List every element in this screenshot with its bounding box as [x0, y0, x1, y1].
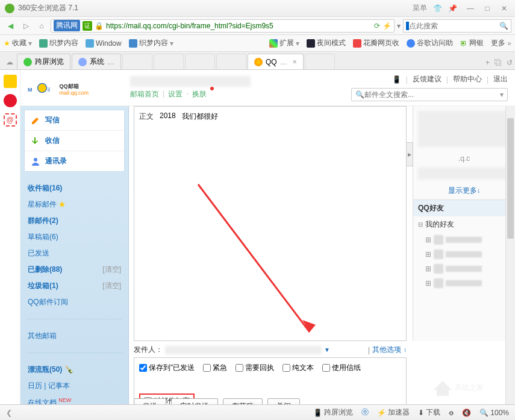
search-input[interactable] [409, 22, 499, 30]
bank[interactable]: ⛨网银 [460, 38, 484, 48]
rail-fav-icon[interactable] [4, 75, 17, 88]
sender-value[interactable]: ▼ [165, 346, 330, 354]
cloud-icon[interactable]: ☁ [2, 55, 17, 69]
dropdown-icon[interactable]: ▾ [397, 22, 401, 30]
vertical-scrollbar[interactable] [505, 106, 515, 407]
ext-button[interactable]: 扩展▾ [269, 38, 299, 48]
collapse-icon[interactable]: ▸ [406, 142, 413, 166]
check-receipt[interactable]: 需要回执 [236, 363, 274, 373]
nav-settings[interactable]: 设置 [168, 89, 183, 99]
svg-text:il: il [48, 87, 50, 93]
draft-folder[interactable]: 草稿箱(6) [28, 229, 121, 245]
tab-blur-1[interactable] [122, 54, 152, 69]
group-folder[interactable]: 群邮件(2) [28, 213, 121, 229]
night-mode[interactable]: 夜间模式 [307, 38, 346, 48]
mail-search-input[interactable] [364, 90, 500, 99]
friend-item[interactable]: ⊞ [413, 262, 515, 276]
tab-qq[interactable]: QQ…× [248, 54, 304, 69]
bm-item-1[interactable]: Window [86, 39, 122, 48]
calendar-notes[interactable]: 日历 | 记事本 [28, 378, 121, 394]
status-back-icon[interactable]: ❮ [6, 409, 12, 417]
search-icon[interactable]: 🔍 [499, 22, 508, 30]
sent-folder[interactable]: 已发送 [28, 245, 121, 262]
tab-blur-5[interactable] [305, 54, 335, 69]
status-ie[interactable]: ⓔ [361, 407, 369, 418]
nav-skin[interactable]: 换肤 [192, 89, 207, 99]
bolt-icon[interactable]: ⚡ [382, 22, 392, 30]
qq-friends-header[interactable]: QQ好友 [413, 200, 515, 216]
other-mailbox[interactable]: 其他邮箱 [28, 328, 121, 344]
status-cross-screen[interactable]: 📱跨屏浏览 [313, 407, 353, 418]
friend-item[interactable]: ⊞ [413, 247, 515, 262]
huaban[interactable]: 花瓣网页收 [353, 38, 399, 48]
lock-icon: 🔒 [95, 22, 104, 30]
search-dropdown-icon[interactable]: ▾ [500, 90, 504, 99]
status-pp[interactable]: ꝋ [449, 409, 454, 417]
status-mute[interactable]: 🔇 [462, 409, 471, 417]
my-friends-group[interactable]: ⊟我的好友 [413, 216, 515, 233]
pin-icon[interactable]: 📌 [448, 4, 457, 13]
qqmail-logo[interactable]: MilQQ邮箱mail.qq.com [28, 79, 118, 97]
skin-icon[interactable]: 👕 [433, 4, 442, 13]
bottle-folder[interactable]: 漂流瓶(50) 🍾 [28, 362, 121, 378]
feedback-link[interactable]: 反馈建议 [413, 74, 442, 84]
compose-button[interactable]: 写信 [25, 110, 124, 130]
check-plain[interactable]: 纯文本 [282, 363, 314, 373]
menu-label[interactable]: 菜单 [413, 3, 427, 13]
tab-blur-2[interactable] [154, 54, 184, 69]
subscribe-folder[interactable]: QQ邮件订阅 [28, 294, 121, 310]
show-more-link[interactable]: 显示更多↓ [413, 182, 515, 200]
rail-weibo-icon[interactable] [4, 94, 17, 107]
tab-restore-icon[interactable]: ↺ [507, 58, 513, 67]
clear-deleted[interactable]: [清空] [102, 265, 121, 275]
tab-blur-3[interactable] [185, 54, 215, 69]
bm-item-2[interactable]: 织梦内容▾ [129, 38, 173, 48]
mobile-icon[interactable]: 📱 [392, 75, 401, 84]
google-helper[interactable]: 谷歌访问助 [407, 38, 453, 48]
check-urgent[interactable]: 紧急 [203, 363, 227, 373]
more-bm[interactable]: 更多» [491, 38, 511, 48]
rail-at-icon[interactable]: @ [4, 113, 17, 127]
other-options[interactable]: 其他选项↕ [372, 345, 407, 355]
site-brand: 腾讯网 [54, 20, 80, 31]
status-zoom[interactable]: 🔍100% [479, 409, 509, 417]
check-save[interactable]: 保存到"已发送 [139, 363, 195, 373]
mail-search-icon: 🔍 [355, 90, 364, 99]
tab-blur-4[interactable] [216, 54, 246, 69]
tab-cross-screen[interactable]: 跨屏浏览 [17, 54, 70, 69]
close-button[interactable]: ✕ [498, 2, 510, 14]
status-download[interactable]: ⬇下载 [418, 407, 440, 418]
deleted-folder[interactable]: 已删除(88)[清空] [28, 262, 121, 278]
refresh-icon[interactable]: ⟳ [374, 22, 380, 30]
inbox-folder[interactable]: 收件箱(16) [28, 180, 121, 196]
tab-system[interactable]: 系统… [72, 54, 121, 69]
star-folder[interactable]: 星标邮件 ★ [28, 196, 121, 213]
new-tab-button[interactable]: + [485, 58, 490, 67]
home-button[interactable]: ⌂ [35, 19, 48, 33]
maximize-button[interactable]: □ [481, 2, 493, 14]
forward-button[interactable]: ▷ [19, 19, 33, 33]
back-button[interactable]: ◀ [4, 19, 17, 33]
clear-trash[interactable]: [清空] [102, 281, 121, 291]
nav-home[interactable]: 邮箱首页 [130, 89, 159, 99]
receive-button[interactable]: 收信 [25, 130, 124, 151]
friend-item[interactable]: ⊞ [413, 233, 515, 247]
fav-button[interactable]: ★收藏▾ [4, 38, 32, 48]
address-bar[interactable]: 腾讯网 证 🔒 https://mail.qq.com/cgi-bin/fram… [51, 19, 395, 33]
url-text: https://mail.qq.com/cgi-bin/frame_html?s… [106, 22, 372, 30]
svg-point-5 [34, 158, 37, 161]
mail-search[interactable]: 🔍 ▾ [351, 88, 508, 101]
bm-item-0[interactable]: 织梦内容 [39, 38, 78, 48]
friend-item[interactable]: ⊞ [413, 276, 515, 290]
logout-link[interactable]: 退出 [493, 74, 508, 84]
minimize-button[interactable]: — [464, 2, 476, 14]
status-accelerator[interactable]: ⚡加速器 [377, 407, 410, 418]
tab-list-icon[interactable]: ⿻ [495, 58, 502, 67]
mail-editor[interactable]: 正文2018我们都很好 [134, 106, 407, 341]
trash-folder[interactable]: 垃圾箱(1)[清空] [28, 278, 121, 294]
help-link[interactable]: 帮助中心 [453, 74, 482, 84]
contacts-button[interactable]: 通讯录 [25, 151, 124, 171]
tab-close-icon[interactable]: × [293, 58, 297, 66]
search-box[interactable]: 🔍 [403, 19, 511, 33]
check-paper[interactable]: 使用信纸 [322, 363, 361, 373]
